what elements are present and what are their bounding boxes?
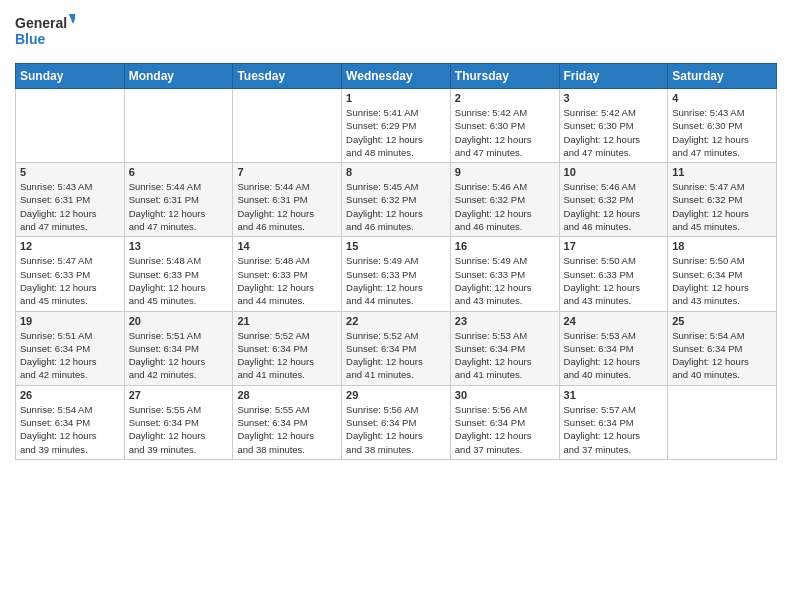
calendar-day-cell: 10Sunrise: 5:46 AM Sunset: 6:32 PM Dayli… [559, 163, 668, 237]
day-number: 29 [346, 389, 446, 401]
day-header-wednesday: Wednesday [342, 64, 451, 89]
day-number: 10 [564, 166, 664, 178]
day-info: Sunrise: 5:55 AM Sunset: 6:34 PM Dayligh… [237, 403, 337, 456]
day-number: 26 [20, 389, 120, 401]
calendar-day-cell: 19Sunrise: 5:51 AM Sunset: 6:34 PM Dayli… [16, 311, 125, 385]
calendar-day-cell: 1Sunrise: 5:41 AM Sunset: 6:29 PM Daylig… [342, 89, 451, 163]
day-info: Sunrise: 5:50 AM Sunset: 6:33 PM Dayligh… [564, 254, 664, 307]
calendar-week-row: 26Sunrise: 5:54 AM Sunset: 6:34 PM Dayli… [16, 385, 777, 459]
day-number: 21 [237, 315, 337, 327]
day-header-thursday: Thursday [450, 64, 559, 89]
calendar-week-row: 1Sunrise: 5:41 AM Sunset: 6:29 PM Daylig… [16, 89, 777, 163]
day-number: 16 [455, 240, 555, 252]
calendar-week-row: 19Sunrise: 5:51 AM Sunset: 6:34 PM Dayli… [16, 311, 777, 385]
calendar-day-cell: 28Sunrise: 5:55 AM Sunset: 6:34 PM Dayli… [233, 385, 342, 459]
calendar-day-cell: 17Sunrise: 5:50 AM Sunset: 6:33 PM Dayli… [559, 237, 668, 311]
day-number: 11 [672, 166, 772, 178]
day-info: Sunrise: 5:44 AM Sunset: 6:31 PM Dayligh… [129, 180, 229, 233]
day-info: Sunrise: 5:53 AM Sunset: 6:34 PM Dayligh… [564, 329, 664, 382]
calendar-day-cell: 3Sunrise: 5:42 AM Sunset: 6:30 PM Daylig… [559, 89, 668, 163]
calendar-day-cell: 24Sunrise: 5:53 AM Sunset: 6:34 PM Dayli… [559, 311, 668, 385]
day-info: Sunrise: 5:45 AM Sunset: 6:32 PM Dayligh… [346, 180, 446, 233]
day-number: 2 [455, 92, 555, 104]
calendar-day-cell: 11Sunrise: 5:47 AM Sunset: 6:32 PM Dayli… [668, 163, 777, 237]
day-info: Sunrise: 5:46 AM Sunset: 6:32 PM Dayligh… [564, 180, 664, 233]
calendar-day-cell: 2Sunrise: 5:42 AM Sunset: 6:30 PM Daylig… [450, 89, 559, 163]
day-header-friday: Friday [559, 64, 668, 89]
day-header-sunday: Sunday [16, 64, 125, 89]
day-info: Sunrise: 5:51 AM Sunset: 6:34 PM Dayligh… [20, 329, 120, 382]
day-info: Sunrise: 5:47 AM Sunset: 6:32 PM Dayligh… [672, 180, 772, 233]
day-info: Sunrise: 5:54 AM Sunset: 6:34 PM Dayligh… [672, 329, 772, 382]
day-number: 18 [672, 240, 772, 252]
day-info: Sunrise: 5:56 AM Sunset: 6:34 PM Dayligh… [346, 403, 446, 456]
calendar-day-cell: 14Sunrise: 5:48 AM Sunset: 6:33 PM Dayli… [233, 237, 342, 311]
calendar-empty-cell [668, 385, 777, 459]
calendar-week-row: 12Sunrise: 5:47 AM Sunset: 6:33 PM Dayli… [16, 237, 777, 311]
calendar-day-cell: 20Sunrise: 5:51 AM Sunset: 6:34 PM Dayli… [124, 311, 233, 385]
day-number: 17 [564, 240, 664, 252]
day-number: 14 [237, 240, 337, 252]
day-info: Sunrise: 5:47 AM Sunset: 6:33 PM Dayligh… [20, 254, 120, 307]
svg-text:General: General [15, 15, 67, 31]
day-info: Sunrise: 5:56 AM Sunset: 6:34 PM Dayligh… [455, 403, 555, 456]
calendar-day-cell: 5Sunrise: 5:43 AM Sunset: 6:31 PM Daylig… [16, 163, 125, 237]
calendar-day-cell: 29Sunrise: 5:56 AM Sunset: 6:34 PM Dayli… [342, 385, 451, 459]
day-number: 28 [237, 389, 337, 401]
calendar-day-cell: 12Sunrise: 5:47 AM Sunset: 6:33 PM Dayli… [16, 237, 125, 311]
day-info: Sunrise: 5:42 AM Sunset: 6:30 PM Dayligh… [455, 106, 555, 159]
day-info: Sunrise: 5:52 AM Sunset: 6:34 PM Dayligh… [346, 329, 446, 382]
day-info: Sunrise: 5:50 AM Sunset: 6:34 PM Dayligh… [672, 254, 772, 307]
day-number: 19 [20, 315, 120, 327]
calendar-day-cell: 6Sunrise: 5:44 AM Sunset: 6:31 PM Daylig… [124, 163, 233, 237]
day-info: Sunrise: 5:49 AM Sunset: 6:33 PM Dayligh… [346, 254, 446, 307]
day-number: 4 [672, 92, 772, 104]
day-number: 1 [346, 92, 446, 104]
day-header-tuesday: Tuesday [233, 64, 342, 89]
page: General Blue SundayMondayTuesdayWednesda… [0, 0, 792, 612]
day-number: 20 [129, 315, 229, 327]
calendar-empty-cell [233, 89, 342, 163]
calendar-day-cell: 25Sunrise: 5:54 AM Sunset: 6:34 PM Dayli… [668, 311, 777, 385]
calendar-day-cell: 7Sunrise: 5:44 AM Sunset: 6:31 PM Daylig… [233, 163, 342, 237]
day-number: 6 [129, 166, 229, 178]
svg-text:Blue: Blue [15, 31, 46, 47]
day-info: Sunrise: 5:51 AM Sunset: 6:34 PM Dayligh… [129, 329, 229, 382]
calendar-table: SundayMondayTuesdayWednesdayThursdayFrid… [15, 63, 777, 460]
day-info: Sunrise: 5:54 AM Sunset: 6:34 PM Dayligh… [20, 403, 120, 456]
day-number: 25 [672, 315, 772, 327]
day-number: 7 [237, 166, 337, 178]
calendar-day-cell: 31Sunrise: 5:57 AM Sunset: 6:34 PM Dayli… [559, 385, 668, 459]
day-info: Sunrise: 5:46 AM Sunset: 6:32 PM Dayligh… [455, 180, 555, 233]
day-number: 3 [564, 92, 664, 104]
logo: General Blue [15, 10, 75, 55]
day-number: 27 [129, 389, 229, 401]
calendar-day-cell: 30Sunrise: 5:56 AM Sunset: 6:34 PM Dayli… [450, 385, 559, 459]
calendar-empty-cell [16, 89, 125, 163]
calendar-day-cell: 16Sunrise: 5:49 AM Sunset: 6:33 PM Dayli… [450, 237, 559, 311]
day-info: Sunrise: 5:43 AM Sunset: 6:30 PM Dayligh… [672, 106, 772, 159]
day-number: 23 [455, 315, 555, 327]
day-number: 24 [564, 315, 664, 327]
calendar-day-cell: 27Sunrise: 5:55 AM Sunset: 6:34 PM Dayli… [124, 385, 233, 459]
day-info: Sunrise: 5:57 AM Sunset: 6:34 PM Dayligh… [564, 403, 664, 456]
day-header-monday: Monday [124, 64, 233, 89]
calendar-header-row: SundayMondayTuesdayWednesdayThursdayFrid… [16, 64, 777, 89]
header: General Blue [15, 10, 777, 55]
day-info: Sunrise: 5:43 AM Sunset: 6:31 PM Dayligh… [20, 180, 120, 233]
logo-svg: General Blue [15, 10, 75, 55]
day-number: 12 [20, 240, 120, 252]
calendar-week-row: 5Sunrise: 5:43 AM Sunset: 6:31 PM Daylig… [16, 163, 777, 237]
day-info: Sunrise: 5:44 AM Sunset: 6:31 PM Dayligh… [237, 180, 337, 233]
day-number: 15 [346, 240, 446, 252]
day-info: Sunrise: 5:52 AM Sunset: 6:34 PM Dayligh… [237, 329, 337, 382]
day-header-saturday: Saturday [668, 64, 777, 89]
calendar-day-cell: 21Sunrise: 5:52 AM Sunset: 6:34 PM Dayli… [233, 311, 342, 385]
day-number: 9 [455, 166, 555, 178]
day-number: 30 [455, 389, 555, 401]
day-number: 5 [20, 166, 120, 178]
calendar-day-cell: 18Sunrise: 5:50 AM Sunset: 6:34 PM Dayli… [668, 237, 777, 311]
day-number: 31 [564, 389, 664, 401]
calendar-day-cell: 23Sunrise: 5:53 AM Sunset: 6:34 PM Dayli… [450, 311, 559, 385]
day-number: 8 [346, 166, 446, 178]
